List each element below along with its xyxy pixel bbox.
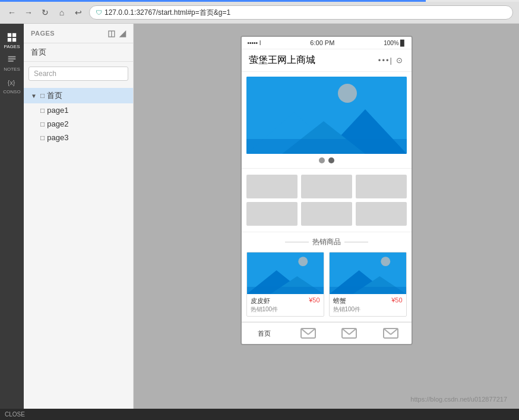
sidebar-console-label: CONSO <box>3 89 20 94</box>
category-item-2[interactable] <box>301 175 352 198</box>
page-file-icon: □ <box>40 106 45 115</box>
tree-item-page2-label: page2 <box>47 119 68 128</box>
envelope-icon-1 <box>300 326 317 340</box>
svg-line-26 <box>308 329 315 334</box>
mobile-status-bar: ••••• I 6:00 PM 100% ▉ <box>242 37 412 49</box>
svg-line-32 <box>391 329 398 334</box>
svg-rect-3 <box>12 37 16 41</box>
svg-rect-2 <box>8 37 11 41</box>
pages-panel: PAGES ◫ ◢ 首页 Search ▼ □ 首页 □ page1 □ <box>24 24 134 409</box>
hot-section: 热销商品 <box>242 232 412 322</box>
svg-rect-18 <box>247 287 324 294</box>
product-price-1: ¥50 <box>309 296 319 305</box>
app-header: 萤堡王网上商城 •••| ⊙ <box>242 49 412 72</box>
close-label[interactable]: CLOSE <box>5 411 25 418</box>
tree-item-home[interactable]: ▼ □ 首页 <box>24 88 133 103</box>
product-sub-2: 热销100件 <box>333 305 403 314</box>
secure-icon: 🛡 <box>96 9 102 16</box>
svg-rect-0 <box>8 33 11 36</box>
bottom-nav-icon-2[interactable] <box>329 326 371 340</box>
product-price-2: ¥50 <box>391 296 402 305</box>
tree-item-page3[interactable]: □ page3 <box>24 131 133 144</box>
pages-header-actions: ◫ ◢ <box>107 29 126 38</box>
browser-nav: ← → ↻ ⌂ ↩ 🛡 127.0.0.1:32767/start.html#p… <box>0 2 519 23</box>
product-svg-1 <box>247 252 324 294</box>
sidebar-item-console[interactable]: {x} CONSO <box>1 75 23 96</box>
csdn-reference: https://blog.csdn.net/u012877217 <box>410 396 507 403</box>
history-button[interactable]: ↩ <box>72 7 84 18</box>
refresh-button[interactable]: ↻ <box>39 7 51 18</box>
sidebar-notes-label: NOTES <box>4 67 20 72</box>
product-name-2: 螃蟹 ¥50 <box>333 296 403 305</box>
bottom-nav-home[interactable]: 首页 <box>242 327 288 340</box>
banner-dot-2[interactable] <box>328 157 334 163</box>
category-item-6[interactable] <box>356 202 407 226</box>
url-text: 127.0.0.1:32767/start.html#p=首页&g=1 <box>105 8 230 18</box>
pages-header-label: PAGES <box>31 30 55 37</box>
app-header-icons: •••| ⊙ <box>378 56 404 65</box>
tree-item-page2[interactable]: □ page2 <box>24 117 133 131</box>
search-input[interactable]: Search <box>29 67 128 81</box>
svg-point-15 <box>298 257 308 266</box>
svg-line-28 <box>342 329 349 334</box>
mobile-frame: ••••• I 6:00 PM 100% ▉ 萤堡王网上商城 •••| ⊙ <box>240 36 413 345</box>
address-bar[interactable]: 🛡 127.0.0.1:32767/start.html#p=首页&g=1 <box>89 5 513 20</box>
pages-tree: ▼ □ 首页 □ page1 □ page2 □ page3 <box>24 86 133 147</box>
svg-rect-13 <box>246 139 407 154</box>
signal-dots: ••••• I <box>248 40 261 46</box>
tree-item-home-label: 首页 <box>47 90 62 101</box>
sidebar-item-notes[interactable]: NOTES <box>1 52 23 74</box>
add-page-icon[interactable]: ◫ <box>107 29 116 38</box>
banner-dots <box>246 157 407 163</box>
app-title: 萤堡王网上商城 <box>249 54 315 67</box>
page-file-icon: □ <box>40 91 45 100</box>
product-card-1[interactable]: 皮皮虾 ¥50 热销100件 <box>246 252 324 317</box>
bottom-nav-icon-1[interactable] <box>287 326 329 340</box>
sidebar: PAGES NOTES {x} CONSO <box>0 24 24 409</box>
content-area: ••••• I 6:00 PM 100% ▉ 萤堡王网上商城 •••| ⊙ <box>134 24 519 409</box>
tree-item-page1[interactable]: □ page1 <box>24 103 133 117</box>
page-file-icon: □ <box>40 120 45 128</box>
tree-item-page1-label: page1 <box>47 106 68 115</box>
bottom-bar: CLOSE <box>0 409 519 420</box>
svg-text:{x}: {x} <box>8 78 15 86</box>
bottom-nav: 首页 <box>242 322 412 344</box>
category-item-5[interactable] <box>301 202 352 226</box>
mobile-time: 6:00 PM <box>310 39 334 46</box>
svg-rect-5 <box>8 58 16 59</box>
category-grid <box>242 169 412 232</box>
back-button[interactable]: ← <box>6 7 18 18</box>
hot-products: 皮皮虾 ¥50 热销100件 <box>246 252 407 317</box>
product-info-2: 螃蟹 ¥50 热销100件 <box>330 294 406 316</box>
home-button[interactable]: ⌂ <box>56 7 68 18</box>
category-item-4[interactable] <box>246 202 298 226</box>
banner-image <box>246 77 407 154</box>
hot-title: 热销商品 <box>246 237 407 247</box>
mobile-battery: 100% ▉ <box>384 40 405 46</box>
svg-rect-23 <box>330 287 406 294</box>
pages-panel-header: PAGES ◫ ◢ <box>24 24 133 43</box>
product-name-1: 皮皮虾 ¥50 <box>251 296 320 305</box>
product-sub-1: 热销100件 <box>251 305 320 314</box>
product-img-2 <box>330 252 406 294</box>
sidebar-item-pages[interactable]: PAGES <box>1 30 23 51</box>
tree-item-page3-label: page3 <box>47 133 68 142</box>
envelope-icon-3 <box>382 326 399 340</box>
search-placeholder: Search <box>34 70 56 78</box>
product-info-1: 皮皮虾 ¥50 热销100件 <box>247 294 324 316</box>
bottom-nav-icon-3[interactable] <box>370 326 412 340</box>
forward-button[interactable]: → <box>23 7 34 18</box>
svg-rect-6 <box>8 60 14 61</box>
arrow-icon: ▼ <box>31 93 37 99</box>
category-item-1[interactable] <box>246 175 298 198</box>
banner-dot-1[interactable] <box>319 157 325 163</box>
main-layout: PAGES NOTES {x} CONSO PAGES ◫ ◢ 首页 Searc… <box>0 24 519 409</box>
settings-page-icon[interactable]: ◢ <box>119 29 126 38</box>
page-file-icon: □ <box>40 134 45 142</box>
product-card-2[interactable]: 螃蟹 ¥50 热销100件 <box>329 252 407 317</box>
svg-line-25 <box>301 329 308 334</box>
browser-chrome: ← → ↻ ⌂ ↩ 🛡 127.0.0.1:32767/start.html#p… <box>0 0 519 24</box>
banner-svg <box>246 77 407 154</box>
svg-line-31 <box>384 329 391 334</box>
category-item-3[interactable] <box>356 175 407 198</box>
